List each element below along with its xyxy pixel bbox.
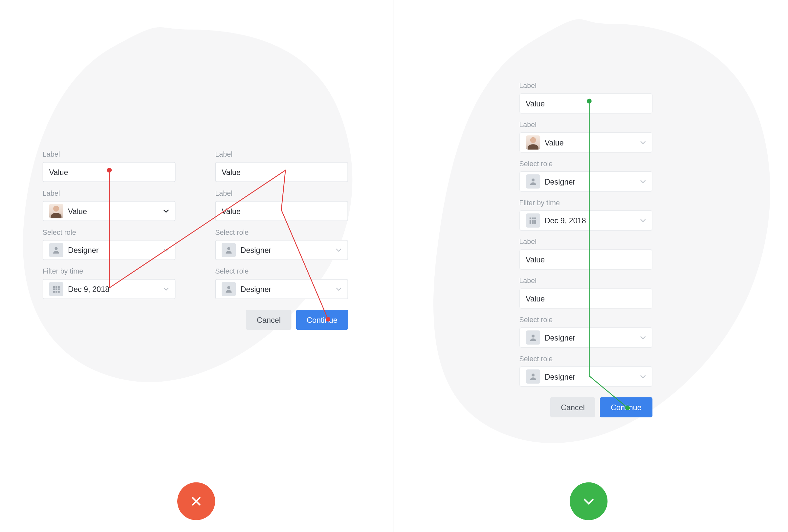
field-label: Label — [43, 150, 176, 158]
avatar-select[interactable]: Value — [519, 132, 652, 152]
text-input[interactable]: Value — [43, 162, 176, 182]
date-select[interactable]: Dec 9, 2018 — [43, 279, 176, 299]
good-badge — [570, 482, 607, 520]
cancel-button[interactable]: Cancel — [246, 310, 292, 330]
svg-point-0 — [55, 247, 58, 250]
field-label: Label — [215, 189, 348, 197]
chevron-down-icon — [640, 217, 646, 223]
text-input[interactable]: Value — [215, 201, 348, 221]
role-select[interactable]: Designer — [519, 367, 652, 387]
person-icon — [526, 330, 540, 344]
field-label: Select role — [43, 228, 176, 236]
person-icon — [49, 243, 63, 257]
text-input[interactable]: Value — [519, 288, 652, 308]
field-label: Select role — [519, 355, 652, 363]
chevron-down-icon — [640, 374, 646, 380]
chevron-down-icon — [336, 247, 341, 253]
text-input[interactable]: Value — [519, 250, 652, 270]
field-label: Filter by time — [43, 267, 176, 276]
role-select[interactable]: Designer — [519, 172, 652, 192]
person-icon — [526, 370, 540, 383]
field-label: Label — [519, 81, 652, 90]
close-icon — [189, 494, 203, 508]
field-label: Label — [519, 120, 652, 129]
field-label: Select role — [519, 316, 652, 324]
svg-point-1 — [227, 247, 230, 250]
calendar-icon — [49, 282, 63, 296]
avatar-icon — [526, 135, 540, 150]
chevron-down-icon — [582, 494, 596, 508]
text-input[interactable]: Value — [215, 162, 348, 182]
calendar-icon — [526, 214, 540, 228]
field-label: Label — [215, 150, 348, 158]
svg-point-4 — [531, 335, 534, 338]
field-label: Select role — [215, 267, 348, 276]
svg-point-3 — [531, 179, 534, 182]
chevron-down-icon — [640, 140, 646, 145]
field-label: Label — [519, 276, 652, 285]
person-icon — [222, 282, 236, 296]
role-select[interactable]: Designer — [43, 240, 176, 260]
chevron-down-icon — [640, 335, 646, 340]
svg-point-5 — [531, 374, 534, 377]
chevron-down-icon — [640, 179, 646, 184]
chevron-down-icon — [163, 247, 169, 253]
text-input[interactable]: Value — [519, 93, 652, 113]
chevron-down-icon — [336, 286, 341, 292]
role-select[interactable]: Designer — [215, 240, 348, 260]
avatar-icon — [49, 204, 63, 218]
continue-button[interactable]: Continue — [296, 310, 348, 330]
bad-badge — [177, 482, 215, 520]
field-label: Filter by time — [519, 199, 652, 207]
field-label: Label — [519, 238, 652, 246]
person-icon — [222, 243, 236, 257]
avatar-select[interactable]: Value — [43, 201, 176, 221]
chevron-down-icon — [163, 208, 169, 214]
svg-point-2 — [227, 286, 230, 289]
date-select[interactable]: Dec 9, 2018 — [519, 211, 652, 231]
field-label: Select role — [215, 228, 348, 236]
cancel-button[interactable]: Cancel — [550, 397, 596, 417]
person-icon — [526, 174, 540, 189]
role-select[interactable]: Designer — [519, 328, 652, 348]
role-select[interactable]: Designer — [215, 279, 348, 299]
chevron-down-icon — [163, 286, 169, 292]
continue-button[interactable]: Continue — [600, 397, 652, 417]
field-label: Label — [43, 189, 176, 197]
field-label: Select role — [519, 160, 652, 168]
